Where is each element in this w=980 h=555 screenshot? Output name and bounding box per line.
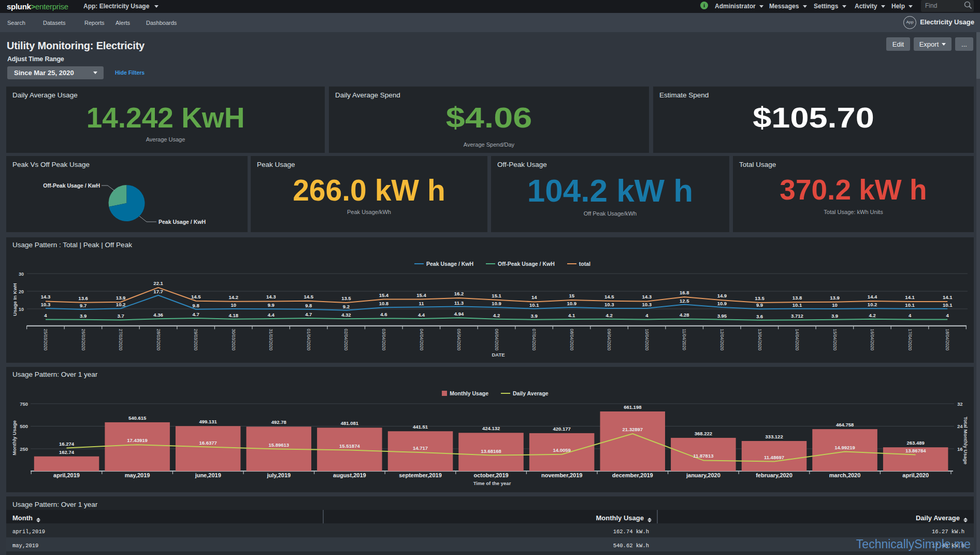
svg-text:15.89613: 15.89613	[268, 442, 289, 448]
svg-text:14.5: 14.5	[604, 294, 614, 300]
svg-text:14.4: 14.4	[868, 294, 877, 300]
svg-text:10.2: 10.2	[116, 302, 126, 307]
svg-text:15.4: 15.4	[416, 292, 426, 298]
svg-text:08/04/2020: 08/04/2020	[569, 329, 574, 351]
svg-text:10.9: 10.9	[717, 301, 727, 306]
svg-text:13.5: 13.5	[755, 295, 765, 301]
svg-text:4: 4	[645, 312, 648, 318]
svg-text:481.081: 481.081	[341, 420, 359, 426]
svg-text:263.489: 263.489	[907, 440, 925, 446]
svg-text:january,2020: january,2020	[686, 472, 720, 478]
svg-text:14.9: 14.9	[717, 293, 727, 298]
svg-text:10.3: 10.3	[41, 302, 51, 307]
svg-text:14.3: 14.3	[642, 294, 652, 300]
svg-text:32: 32	[957, 401, 963, 407]
svg-text:10.9: 10.9	[492, 301, 501, 306]
svg-text:december,2019: december,2019	[612, 472, 653, 478]
svg-text:333.122: 333.122	[765, 434, 783, 439]
svg-text:03/04/2020: 03/04/2020	[381, 329, 386, 351]
svg-text:15.1: 15.1	[492, 293, 501, 298]
svg-text:november,2019: november,2019	[541, 472, 583, 478]
svg-text:4.36: 4.36	[153, 312, 163, 318]
svg-text:31/03/2020: 31/03/2020	[268, 329, 273, 351]
svg-text:13/04/2020: 13/04/2020	[757, 329, 762, 351]
svg-text:9.2: 9.2	[343, 304, 350, 309]
svg-text:10: 10	[19, 307, 24, 312]
svg-text:4.94: 4.94	[454, 311, 464, 317]
svg-text:september,2019: september,2019	[399, 472, 442, 478]
svg-text:24: 24	[957, 423, 963, 429]
svg-text:20: 20	[19, 289, 24, 294]
svg-text:july,2019: july,2019	[266, 472, 291, 478]
svg-text:4.7: 4.7	[305, 311, 312, 317]
svg-text:3.6: 3.6	[756, 314, 763, 319]
svg-text:661.198: 661.198	[624, 404, 641, 410]
svg-text:3.712: 3.712	[791, 313, 803, 319]
svg-text:10.3: 10.3	[604, 302, 614, 307]
svg-text:15: 15	[569, 293, 574, 298]
svg-text:16.274: 16.274	[59, 441, 75, 447]
svg-text:9.9: 9.9	[756, 302, 763, 308]
svg-text:9.8: 9.8	[193, 303, 199, 308]
svg-text:april,2020: april,2020	[902, 472, 929, 478]
svg-text:10: 10	[832, 302, 838, 308]
svg-text:441.51: 441.51	[413, 424, 428, 430]
svg-text:13.5: 13.5	[341, 295, 351, 301]
svg-text:10/04/2020: 10/04/2020	[644, 329, 650, 351]
svg-text:14.2: 14.2	[229, 294, 239, 300]
svg-text:13.8: 13.8	[792, 295, 802, 301]
svg-text:october,2019: october,2019	[473, 472, 508, 478]
svg-text:10.3: 10.3	[642, 302, 652, 307]
svg-text:14.5: 14.5	[191, 294, 201, 300]
svg-text:13.68168: 13.68168	[481, 448, 501, 454]
svg-text:27/03/2020: 27/03/2020	[118, 329, 123, 351]
svg-text:3.9: 3.9	[831, 313, 838, 319]
svg-text:22.1: 22.1	[153, 280, 163, 286]
svg-text:march,2020: march,2020	[829, 472, 861, 478]
svg-text:12.5: 12.5	[680, 298, 689, 304]
svg-text:14.5: 14.5	[304, 294, 314, 300]
svg-text:10: 10	[231, 302, 237, 308]
svg-text:4.7: 4.7	[193, 311, 199, 317]
svg-text:13.86784: 13.86784	[905, 448, 926, 453]
svg-text:05/04/2020: 05/04/2020	[456, 329, 462, 351]
svg-text:10.8: 10.8	[379, 301, 389, 306]
svg-text:14.717: 14.717	[413, 445, 428, 451]
svg-text:30/03/2020: 30/03/2020	[231, 329, 236, 351]
svg-text:162.74: 162.74	[59, 449, 75, 455]
svg-text:june,2019: june,2019	[195, 472, 221, 478]
svg-text:499.131: 499.131	[199, 419, 218, 424]
svg-text:750: 750	[20, 401, 28, 407]
svg-text:april,2019: april,2019	[53, 472, 80, 478]
svg-text:3.7: 3.7	[117, 313, 124, 319]
svg-text:11/04/2020: 11/04/2020	[682, 329, 687, 351]
svg-text:14.1: 14.1	[943, 294, 953, 300]
svg-text:26/03/2020: 26/03/2020	[81, 329, 86, 351]
svg-text:13.6: 13.6	[78, 295, 88, 301]
svg-text:14.0059: 14.0059	[553, 447, 571, 453]
svg-text:14: 14	[531, 294, 537, 300]
svg-text:14/04/2020: 14/04/2020	[795, 329, 800, 351]
svg-text:4.18: 4.18	[229, 312, 239, 318]
svg-text:15/04/2020: 15/04/2020	[832, 329, 838, 351]
svg-text:4.6: 4.6	[380, 311, 387, 317]
svg-text:06/04/2020: 06/04/2020	[494, 329, 499, 351]
svg-text:9.9: 9.9	[268, 302, 275, 308]
svg-text:492.78: 492.78	[271, 419, 286, 425]
svg-text:4.4: 4.4	[268, 312, 275, 318]
svg-text:3.9: 3.9	[80, 313, 87, 319]
svg-text:540.615: 540.615	[128, 415, 147, 421]
svg-text:14.99219: 14.99219	[834, 445, 855, 450]
svg-text:4.1: 4.1	[568, 312, 575, 318]
svg-text:17.43919: 17.43919	[127, 437, 148, 443]
svg-text:29/03/2020: 29/03/2020	[193, 329, 198, 351]
svg-text:15.51874: 15.51874	[339, 443, 360, 449]
svg-text:17.7: 17.7	[153, 289, 163, 294]
svg-text:february,2020: february,2020	[756, 472, 792, 478]
svg-text:17/04/2020: 17/04/2020	[907, 329, 913, 351]
svg-text:14.1: 14.1	[905, 294, 915, 300]
svg-text:4: 4	[44, 312, 47, 318]
svg-text:12/04/2020: 12/04/2020	[719, 329, 725, 351]
svg-text:14.3: 14.3	[41, 294, 51, 300]
svg-text:15.4: 15.4	[379, 292, 389, 298]
